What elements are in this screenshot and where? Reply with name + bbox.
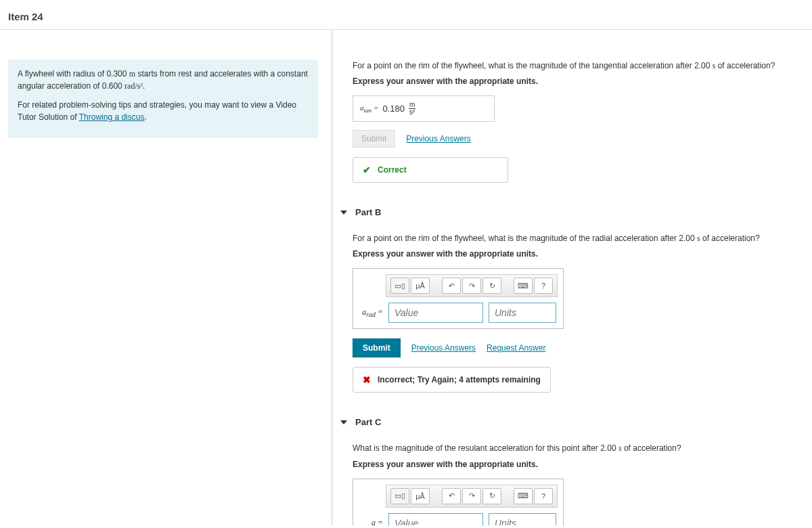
part-a-answer-display: atan = 0.180 m s² xyxy=(353,95,495,122)
x-icon: ✖ xyxy=(363,374,371,385)
problem-statement: A flywheel with radius of 0.300 m starts… xyxy=(18,68,309,92)
greek-button[interactable]: μÅ xyxy=(411,488,430,504)
check-icon: ✔ xyxy=(363,164,371,175)
part-a-section: For a point on the rim of the flywheel, … xyxy=(353,60,798,202)
part-b-instruct: Express your answer with the appropriate… xyxy=(353,249,798,259)
part-b-answer-block: ▭▯ μÅ ↶ ↷ ↻ ⌨ ? arad = xyxy=(353,268,564,329)
part-a-feedback-text: Correct xyxy=(378,165,407,175)
part-c-value-input[interactable] xyxy=(388,513,483,525)
part-c-variable: a = xyxy=(359,518,383,525)
part-a-variable: atan = xyxy=(360,104,378,114)
part-b-caret-icon[interactable] xyxy=(340,211,347,215)
keyboard-button[interactable]: ⌨ xyxy=(514,278,533,294)
undo-button[interactable]: ↶ xyxy=(442,278,461,294)
part-b-request-answer-link[interactable]: Request Answer xyxy=(487,343,545,353)
part-b-title: Part B xyxy=(355,207,381,217)
part-c-title: Part C xyxy=(355,417,381,427)
part-a-question: For a point on the rim of the flywheel, … xyxy=(353,60,798,72)
part-c-instruct: Express your answer with the appropriate… xyxy=(353,460,798,469)
page-header: Item 24 xyxy=(0,0,812,30)
part-b-question: For a point on the rim of the flywheel, … xyxy=(353,232,798,245)
reset-button[interactable]: ↻ xyxy=(482,278,501,294)
part-b-feedback: ✖ Incorrect; Try Again; 4 attempts remai… xyxy=(353,367,551,393)
help-button[interactable]: ? xyxy=(534,278,553,294)
undo-button[interactable]: ↶ xyxy=(442,488,461,504)
part-a-previous-answers-link[interactable]: Previous Answers xyxy=(406,134,470,144)
redo-button[interactable]: ↷ xyxy=(462,488,481,504)
part-c-answer-block: ▭▯ μÅ ↶ ↷ ↻ ⌨ ? a = xyxy=(353,479,564,525)
part-b-value-input[interactable] xyxy=(388,303,483,323)
part-c-toolbar: ▭▯ μÅ ↶ ↷ ↻ ⌨ ? xyxy=(386,485,558,508)
part-a-units: m s² xyxy=(409,102,415,116)
right-panel: For a point on the rim of the flywheel, … xyxy=(332,30,812,525)
part-b-submit-button[interactable]: Submit xyxy=(353,338,401,357)
part-a-instruct: Express your answer with the appropriate… xyxy=(353,76,798,86)
part-b-previous-answers-link[interactable]: Previous Answers xyxy=(411,343,476,353)
part-c-section: Part C What is the magnitude of the resu… xyxy=(353,417,798,525)
part-c-caret-icon[interactable] xyxy=(340,420,347,424)
item-title: Item 24 xyxy=(8,11,804,22)
part-b-section: Part B For a point on the rim of the fly… xyxy=(353,207,798,412)
part-b-feedback-text: Incorrect; Try Again; 4 attempts remaini… xyxy=(378,375,541,384)
help-button[interactable]: ? xyxy=(534,488,553,504)
part-a-submit-button: Submit xyxy=(353,130,395,148)
keyboard-button[interactable]: ⌨ xyxy=(514,488,533,504)
video-tutor-link[interactable]: Throwing a discus xyxy=(79,112,145,122)
left-panel: A flywheel with radius of 0.300 m starts… xyxy=(0,30,332,525)
problem-info-box: A flywheel with radius of 0.300 m starts… xyxy=(8,60,318,138)
greek-button[interactable]: μÅ xyxy=(411,278,430,294)
part-b-variable: arad = xyxy=(359,307,383,318)
part-a-value: 0.180 xyxy=(382,104,405,114)
reset-button[interactable]: ↻ xyxy=(482,488,501,504)
redo-button[interactable]: ↷ xyxy=(462,278,481,294)
templates-button[interactable]: ▭▯ xyxy=(390,278,409,294)
part-b-units-input[interactable] xyxy=(489,303,556,323)
part-c-question: What is the magnitude of the resulant ac… xyxy=(353,442,798,455)
part-c-units-input[interactable] xyxy=(489,513,556,525)
part-a-feedback: ✔ Correct xyxy=(353,157,508,183)
part-b-toolbar: ▭▯ μÅ ↶ ↷ ↻ ⌨ ? xyxy=(386,274,558,297)
related-tips: For related problem-solving tips and str… xyxy=(18,99,309,123)
templates-button[interactable]: ▭▯ xyxy=(390,488,409,504)
